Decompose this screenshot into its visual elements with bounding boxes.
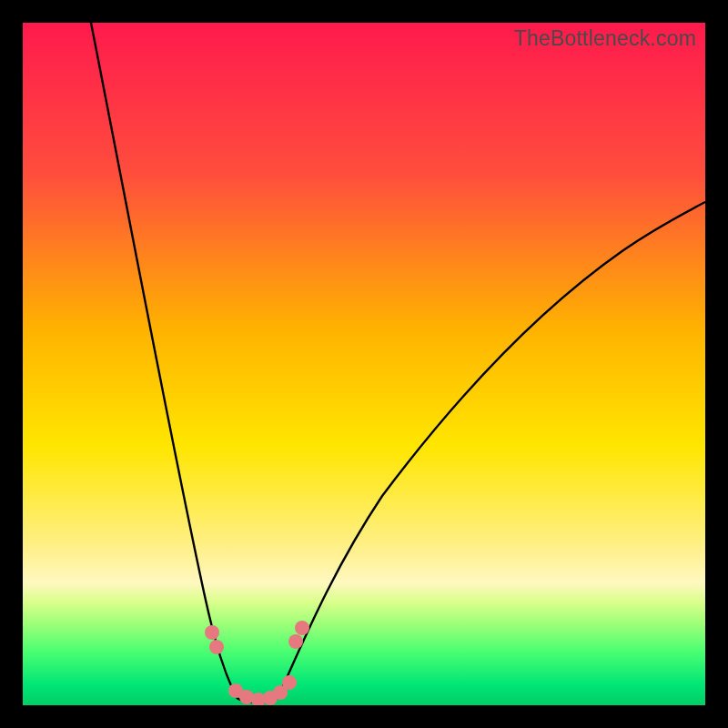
curve-left-branch	[91, 23, 237, 698]
curve-right-branch	[278, 202, 705, 698]
chart-frame: TheBottleneck.com	[23, 23, 705, 705]
pink-marker	[288, 634, 303, 649]
pink-marker	[282, 675, 297, 690]
pink-marker	[205, 625, 219, 640]
chart-plot	[23, 23, 705, 705]
pink-marker	[209, 640, 224, 654]
pink-marker	[295, 621, 309, 635]
